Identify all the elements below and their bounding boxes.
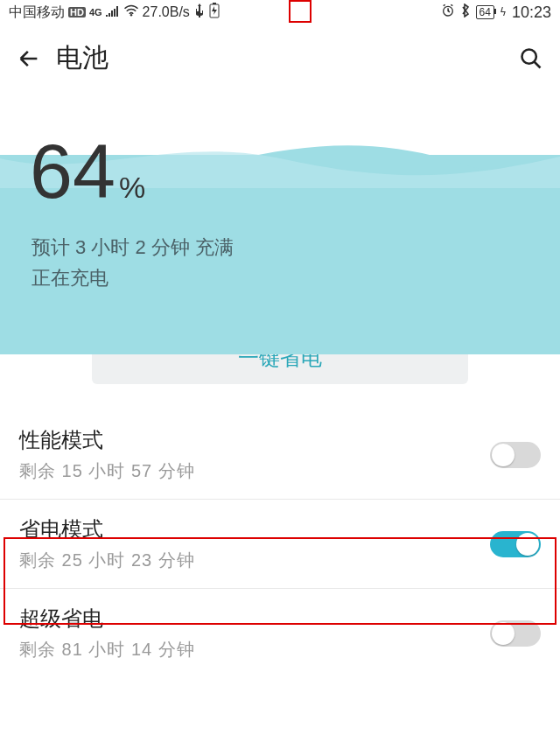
carrier-label: 中国移动 — [9, 4, 65, 22]
charge-bolt-icon: ϟ — [500, 6, 507, 18]
mode-sub: 剩余 81 小时 14 分钟 — [19, 638, 195, 662]
battery-pct-value: 64 — [30, 128, 116, 214]
mode-title: 省电模式 — [19, 515, 195, 543]
mode-toggle-powersave[interactable] — [490, 531, 541, 557]
mode-sub: 剩余 25 小时 23 分钟 — [19, 549, 195, 572]
alarm-icon — [441, 4, 455, 21]
mode-row-performance[interactable]: 性能模式 剩余 15 小时 57 分钟 — [0, 410, 560, 500]
mode-title: 性能模式 — [19, 426, 195, 454]
battery-charging-icon — [209, 3, 220, 22]
time-to-full: 预计 3 小时 2 分钟 充满 — [32, 232, 234, 262]
signal-icon — [106, 4, 120, 20]
mode-title: 超级省电 — [19, 605, 195, 633]
net-speed: 27.0B/s — [143, 4, 190, 20]
battery-percentage: 64% — [30, 127, 145, 216]
mode-sub: 剩余 15 小时 57 分钟 — [19, 459, 195, 483]
battery-pct: 64 — [476, 5, 494, 19]
percent-sign: % — [119, 171, 145, 204]
app-header: 电池 — [0, 24, 560, 83]
svg-rect-2 — [213, 3, 216, 4]
wifi-icon — [123, 4, 139, 20]
mode-toggle-ultra[interactable] — [490, 620, 541, 647]
mode-row-powersave[interactable]: 省电模式 剩余 25 小时 23 分钟 — [0, 500, 560, 589]
battery-hero: 64% 预计 3 小时 2 分钟 充满 正在充电 — [0, 136, 560, 354]
bluetooth-icon — [460, 4, 471, 21]
search-button[interactable] — [516, 44, 546, 74]
clock: 10:23 — [512, 4, 551, 22]
network-type: 4G — [89, 7, 102, 18]
status-bar: 中国移动 HD 4G 27.0B/s 64 ϟ 10:23 — [0, 0, 560, 24]
back-button[interactable] — [14, 44, 44, 74]
mode-row-ultra[interactable]: 超级省电 剩余 81 小时 14 分钟 — [0, 589, 560, 677]
mode-list: 性能模式 剩余 15 小时 57 分钟 省电模式 剩余 25 小时 23 分钟 … — [0, 410, 560, 677]
svg-point-4 — [522, 49, 536, 63]
usb-icon — [193, 4, 206, 21]
mode-toggle-performance[interactable] — [490, 442, 541, 468]
hd-badge: HD — [68, 7, 86, 18]
charging-status: 正在充电 — [32, 262, 234, 293]
page-title: 电池 — [56, 40, 108, 76]
svg-point-0 — [130, 14, 131, 16]
